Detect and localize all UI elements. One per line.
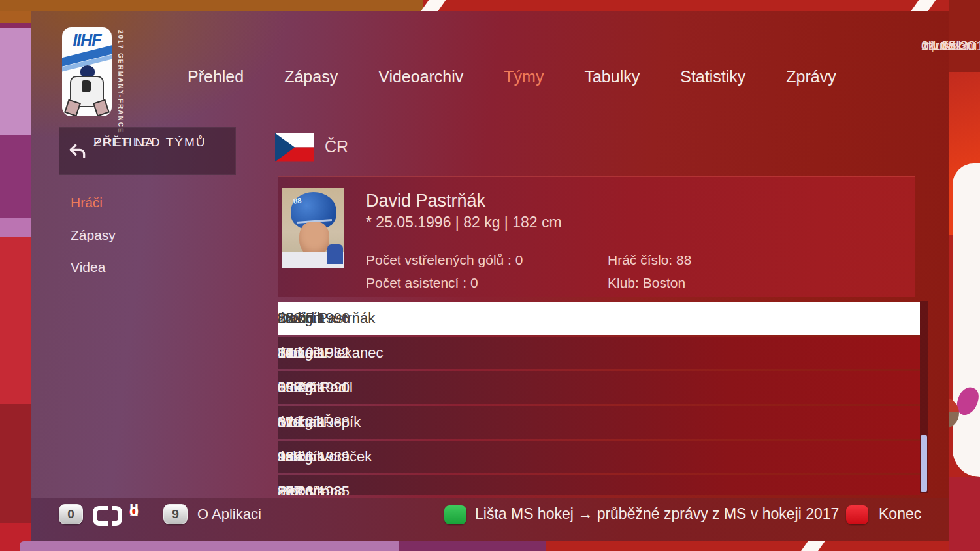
background-stripe (0, 11, 31, 23)
ct-bod-wordmark: b d (129, 505, 136, 516)
red-button-label: Konec (879, 505, 921, 523)
background-stripe (0, 135, 31, 218)
sidebar-item-hraci[interactable]: Hráči (71, 195, 103, 210)
tab-tabulky[interactable]: Tabulky (584, 67, 640, 86)
tab-zpravy[interactable]: Zprávy (786, 67, 836, 86)
table-row[interactable]: 88 David Pastrňák útočník 25.05.1996 82 … (278, 302, 920, 335)
background-stripe (399, 541, 546, 551)
ct-bod-logo-icon (93, 506, 125, 526)
cell-height: 182 cm (278, 310, 325, 327)
player-number-stat: Hráč číslo: 88 (608, 252, 691, 268)
background-stripe (0, 218, 31, 237)
player-photo: 88 (282, 188, 344, 268)
back-to-teams-button[interactable]: ZPĚT NA PŘEHLED TÝMŮ (59, 127, 236, 175)
player-assists-stat: Počet asistencí : 0 (366, 275, 478, 291)
goalie-pad (93, 99, 110, 116)
tab-tymy[interactable]: Týmy (504, 67, 544, 86)
team-code-label: ČR (325, 137, 348, 156)
iihf-logo: IIHF (62, 27, 112, 116)
player-club-stat: Klub: Boston (608, 275, 685, 291)
status-time: 11:18:30 (921, 38, 975, 54)
background-shape (953, 163, 980, 477)
face-shape (299, 222, 329, 257)
table-row[interactable]: 20 Petr Vrána útočník 29.03.1985 83 kg 1… (278, 475, 920, 495)
cell-height: 190 cm (278, 379, 325, 396)
table-row[interactable]: 14 Tomáš Plekanec útočník 31.10.1982 89 … (278, 337, 920, 369)
event-vertical-label: 2017 GERMANY-FRANCE (112, 30, 124, 122)
table-row[interactable]: 69 Lukáš Radil útočník 05.08.1990 85 kg … (278, 371, 920, 404)
ct-bod-letter-d: d (129, 501, 139, 520)
cell-height: 179 cm (278, 414, 325, 431)
back-label-line2: PŘEHLED TÝMŮ (93, 133, 206, 152)
cell-height: 177 cm (278, 483, 325, 495)
ct-logo-left-bracket (93, 506, 108, 526)
tab-prehled[interactable]: Přehled (188, 67, 244, 86)
sidebar-item-zapasy[interactable]: Zápasy (71, 227, 116, 243)
scrollbar-thumb[interactable] (921, 435, 927, 492)
player-name-title: David Pastrňák (366, 191, 485, 211)
roster-table: 88 David Pastrňák útočník 25.05.1996 82 … (278, 302, 920, 495)
main-nav: Přehled Zápasy Videoarchiv Týmy Tabulky … (188, 67, 836, 86)
goalie-pad (64, 99, 81, 116)
cell-height: 178 cm (278, 344, 325, 361)
background-stripe (0, 237, 31, 404)
about-app-label[interactable]: O Aplikaci (197, 506, 261, 523)
table-row[interactable]: 93 Jakub Voráček útočník 15.08.1989 96 k… (278, 441, 920, 473)
cell-height: 189 cm (278, 448, 325, 465)
player-goals-stat: Počet vstřelených gólů : 0 (366, 252, 523, 268)
tab-statistiky[interactable]: Statistiky (680, 67, 745, 86)
remote-key-9-button[interactable]: 9 (163, 504, 188, 524)
background-stripe (949, 477, 980, 551)
table-row[interactable]: 62 Michal Řepík útočník 31.12.1988 87 kg… (278, 406, 920, 439)
tab-videoarchiv[interactable]: Videoarchiv (378, 67, 463, 86)
background-stripe (20, 541, 399, 551)
player-birth-line: * 25.05.1996 | 82 kg | 182 cm (366, 214, 562, 231)
background-stripe (0, 23, 31, 28)
sidebar-item-videa[interactable]: Videa (71, 259, 105, 275)
background-stripe (0, 404, 31, 523)
background-stripe (0, 0, 423, 11)
czech-flag-icon (275, 133, 314, 162)
green-button-label: Lišta MS hokej → průběžné zprávy z MS v … (475, 505, 839, 523)
jersey-shoulder-shape (327, 244, 343, 264)
green-remote-button[interactable] (444, 505, 466, 524)
background-stripe (0, 28, 31, 135)
screen: IIHF 2017 GERMANY-FRANCE zkušební provoz… (0, 0, 980, 551)
background-stripe (949, 0, 980, 72)
ct-logo-right-bracket (112, 506, 122, 526)
tab-zapasy[interactable]: Zápasy (284, 67, 338, 86)
goalie-crest (82, 80, 91, 92)
remote-key-0-button[interactable]: 0 (59, 504, 83, 524)
helmet-number: 88 (293, 196, 302, 205)
back-arrow-icon (69, 144, 87, 159)
red-remote-button[interactable] (846, 505, 868, 524)
